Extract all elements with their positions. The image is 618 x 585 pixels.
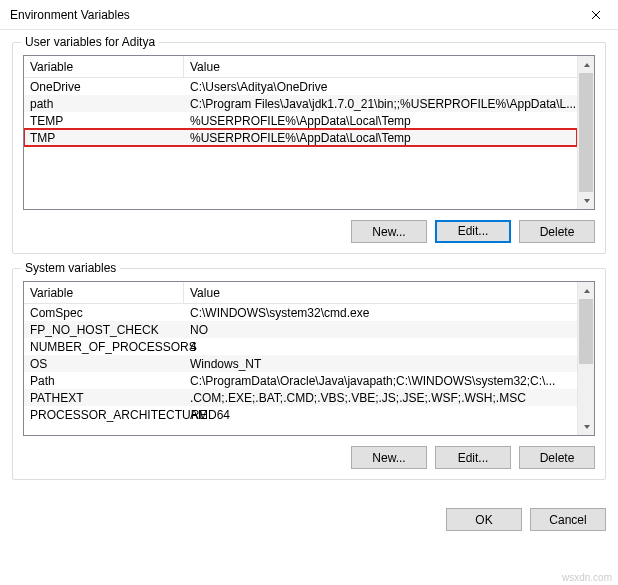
table-row[interactable]: OneDriveC:\Users\Aditya\OneDrive: [24, 78, 577, 95]
column-header-value[interactable]: Value: [184, 282, 577, 303]
variable-name-cell: NUMBER_OF_PROCESSORS: [24, 338, 184, 355]
user-variables-group: User variables for Aditya Variable Value…: [12, 42, 606, 254]
ok-button[interactable]: OK: [446, 508, 522, 531]
scroll-up-button[interactable]: [578, 282, 595, 299]
table-row[interactable]: FP_NO_HOST_CHECKNO: [24, 321, 577, 338]
variable-name-cell: OneDrive: [24, 78, 184, 95]
system-variables-label: System variables: [21, 261, 120, 275]
system-delete-button[interactable]: Delete: [519, 446, 595, 469]
table-row[interactable]: pathC:\Program Files\Java\jdk1.7.0_21\bi…: [24, 95, 577, 112]
scroll-thumb[interactable]: [579, 299, 593, 364]
user-variables-label: User variables for Aditya: [21, 35, 159, 49]
variable-name-cell: PROCESSOR_ARCHITECTURE: [24, 406, 184, 423]
user-scrollbar[interactable]: [577, 56, 594, 209]
scroll-track[interactable]: [578, 73, 594, 192]
table-row[interactable]: TEMP%USERPROFILE%\AppData\Local\Temp: [24, 112, 577, 129]
user-list-header[interactable]: Variable Value: [24, 56, 577, 78]
variable-value-cell: C:\ProgramData\Oracle\Java\javapath;C:\W…: [184, 372, 577, 389]
user-delete-button[interactable]: Delete: [519, 220, 595, 243]
variable-value-cell: .COM;.EXE;.BAT;.CMD;.VBS;.VBE;.JS;.JSE;.…: [184, 389, 577, 406]
scroll-up-button[interactable]: [578, 56, 595, 73]
table-row[interactable]: PROCESSOR_ARCHITECTUREAMD64: [24, 406, 577, 423]
system-variables-listbox[interactable]: Variable Value ComSpecC:\WINDOWS\system3…: [23, 281, 595, 436]
variable-value-cell: Windows_NT: [184, 355, 577, 372]
variable-name-cell: ComSpec: [24, 304, 184, 321]
table-row[interactable]: TMP%USERPROFILE%\AppData\Local\Temp: [24, 129, 577, 146]
close-icon: [591, 10, 601, 20]
variable-name-cell: PATHEXT: [24, 389, 184, 406]
variable-value-cell: C:\Users\Aditya\OneDrive: [184, 78, 577, 95]
system-new-button[interactable]: New...: [351, 446, 427, 469]
variable-value-cell: %USERPROFILE%\AppData\Local\Temp: [184, 129, 577, 146]
titlebar: Environment Variables: [0, 0, 618, 30]
variable-value-cell: NO: [184, 321, 577, 338]
system-button-row: New... Edit... Delete: [23, 446, 595, 469]
table-row[interactable]: OSWindows_NT: [24, 355, 577, 372]
user-variables-listbox[interactable]: Variable Value OneDriveC:\Users\Aditya\O…: [23, 55, 595, 210]
scroll-down-button[interactable]: [578, 192, 595, 209]
variable-name-cell: Path: [24, 372, 184, 389]
user-button-row: New... Edit... Delete: [23, 220, 595, 243]
variable-value-cell: C:\WINDOWS\system32\cmd.exe: [184, 304, 577, 321]
scroll-down-button[interactable]: [578, 418, 595, 435]
table-row[interactable]: PATHEXT.COM;.EXE;.BAT;.CMD;.VBS;.VBE;.JS…: [24, 389, 577, 406]
cancel-button[interactable]: Cancel: [530, 508, 606, 531]
scroll-thumb[interactable]: [579, 73, 593, 192]
system-scrollbar[interactable]: [577, 282, 594, 435]
window-title: Environment Variables: [10, 8, 573, 22]
variable-value-cell: 4: [184, 338, 577, 355]
user-edit-button[interactable]: Edit...: [435, 220, 511, 243]
column-header-variable[interactable]: Variable: [24, 56, 184, 77]
variable-name-cell: TMP: [24, 129, 184, 146]
table-row[interactable]: PathC:\ProgramData\Oracle\Java\javapath;…: [24, 372, 577, 389]
close-button[interactable]: [573, 0, 618, 30]
dialog-button-row: OK Cancel: [0, 502, 618, 531]
variable-value-cell: C:\Program Files\Java\jdk1.7.0_21\bin;;%…: [184, 95, 577, 112]
variable-name-cell: TEMP: [24, 112, 184, 129]
table-row[interactable]: NUMBER_OF_PROCESSORS4: [24, 338, 577, 355]
variable-value-cell: AMD64: [184, 406, 577, 423]
variable-name-cell: path: [24, 95, 184, 112]
scroll-track[interactable]: [578, 299, 594, 418]
variable-name-cell: OS: [24, 355, 184, 372]
column-header-variable[interactable]: Variable: [24, 282, 184, 303]
variable-value-cell: %USERPROFILE%\AppData\Local\Temp: [184, 112, 577, 129]
variable-name-cell: FP_NO_HOST_CHECK: [24, 321, 184, 338]
user-new-button[interactable]: New...: [351, 220, 427, 243]
column-header-value[interactable]: Value: [184, 56, 577, 77]
dialog-content: User variables for Aditya Variable Value…: [0, 30, 618, 502]
watermark: wsxdn.com: [562, 572, 612, 583]
system-variables-group: System variables Variable Value ComSpecC…: [12, 268, 606, 480]
table-row[interactable]: ComSpecC:\WINDOWS\system32\cmd.exe: [24, 304, 577, 321]
system-edit-button[interactable]: Edit...: [435, 446, 511, 469]
system-list-header[interactable]: Variable Value: [24, 282, 577, 304]
